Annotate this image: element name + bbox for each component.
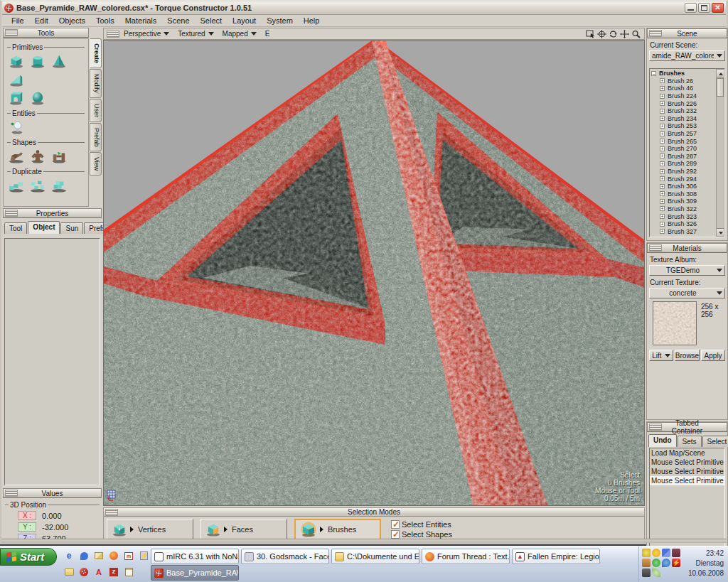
tree-brush-row[interactable]: Brush 289 bbox=[651, 160, 716, 168]
expand-icon[interactable] bbox=[660, 124, 665, 129]
expand-icon[interactable] bbox=[660, 214, 665, 219]
tree-brush-row[interactable]: Brush 287 bbox=[651, 153, 716, 161]
scene-tree[interactable]: Brushes Brush 26 Brush 46 Brush 224 Brus… bbox=[649, 68, 725, 237]
tree-brush-row[interactable]: Brush 323 bbox=[651, 212, 716, 220]
entities-dropdown-clipped[interactable]: E bbox=[261, 29, 274, 38]
rotate-tool-icon[interactable] bbox=[608, 29, 619, 38]
expand-icon[interactable] bbox=[660, 101, 665, 106]
tab-prefab[interactable]: Prefab bbox=[90, 123, 102, 152]
tab-select[interactable]: Select bbox=[702, 436, 728, 447]
ql-notepad-icon[interactable] bbox=[122, 566, 135, 578]
tree-brush-row[interactable]: Brush 294 bbox=[651, 175, 716, 183]
primitive-wedge-button[interactable] bbox=[7, 71, 26, 88]
expand-icon[interactable] bbox=[660, 176, 665, 181]
pan-tool-icon[interactable] bbox=[619, 29, 630, 38]
shape-prefab-button[interactable] bbox=[50, 148, 68, 165]
mapped-dropdown[interactable]: Mapped bbox=[218, 29, 261, 38]
brushes-mode-button[interactable]: Brushes bbox=[294, 519, 381, 540]
shape-creature-button[interactable] bbox=[7, 148, 26, 165]
task-firefox[interactable]: Forum Thread : Text... bbox=[422, 549, 510, 564]
duplicate-stack-button[interactable] bbox=[50, 177, 68, 194]
tree-brush-row[interactable]: Brush 253 bbox=[651, 122, 716, 130]
tray-shield-icon[interactable] bbox=[672, 549, 680, 557]
menu-system[interactable]: System bbox=[262, 15, 299, 26]
ql-torque-icon[interactable] bbox=[77, 566, 90, 578]
expand-icon[interactable] bbox=[660, 78, 665, 83]
tree-brush-row[interactable]: Brush 322 bbox=[651, 205, 716, 213]
primitive-sphere-button[interactable] bbox=[28, 90, 47, 107]
menu-help[interactable]: Help bbox=[299, 15, 326, 26]
tree-brush-row[interactable]: Brush 306 bbox=[651, 183, 716, 190]
tab-object[interactable]: Object bbox=[28, 221, 60, 234]
ql-filezilla-icon[interactable]: Z bbox=[107, 566, 120, 578]
ql-messenger-icon[interactable] bbox=[77, 549, 90, 562]
tray-key-icon[interactable] bbox=[642, 549, 651, 557]
scene-tree-scrollbar[interactable] bbox=[716, 69, 724, 237]
menu-edit[interactable]: Edit bbox=[30, 15, 54, 26]
expand-icon[interactable] bbox=[660, 161, 665, 166]
expand-icon[interactable] bbox=[660, 184, 665, 189]
tab-user[interactable]: User bbox=[90, 99, 102, 122]
task-fallen-empire[interactable]: ▲ Fallen Empire: Legions bbox=[512, 549, 600, 564]
tree-brush-row[interactable]: Brush 257 bbox=[651, 130, 716, 138]
add-entity-button[interactable] bbox=[7, 119, 26, 136]
zoom-tool-icon[interactable] bbox=[631, 29, 641, 38]
tree-brush-row[interactable]: Brush 26 bbox=[651, 77, 716, 85]
expand-icon[interactable] bbox=[660, 153, 665, 158]
ql-avg-icon[interactable]: A bbox=[92, 566, 105, 578]
duplicate-line-button[interactable] bbox=[7, 177, 26, 194]
current-texture-dropdown[interactable]: concrete bbox=[649, 288, 725, 298]
panel-grip[interactable] bbox=[105, 509, 118, 516]
menu-tools[interactable]: Tools bbox=[91, 15, 120, 26]
expand-icon[interactable] bbox=[660, 169, 665, 174]
tab-sets[interactable]: Sets bbox=[678, 436, 702, 447]
3d-viewport[interactable]: Select 0 Brushes Mouse or Tool 0.05m / 5… bbox=[103, 40, 645, 506]
undo-item[interactable]: Load Map/Scene bbox=[650, 448, 724, 458]
tab-undo[interactable]: Undo bbox=[648, 434, 677, 447]
tree-brush-row[interactable]: Brush 226 bbox=[651, 99, 716, 107]
tree-brush-row[interactable]: Brush 224 bbox=[651, 92, 716, 100]
menu-objects[interactable]: Objects bbox=[54, 15, 91, 26]
tray-security-alert-icon[interactable] bbox=[652, 549, 660, 557]
tab-create[interactable]: Create bbox=[90, 38, 102, 68]
tray-updates-icon[interactable] bbox=[662, 549, 670, 557]
maximize-button[interactable] bbox=[698, 3, 710, 13]
tray-virus-scanner-icon[interactable]: ⚡ bbox=[672, 559, 680, 567]
primitive-arch-button[interactable] bbox=[7, 90, 26, 107]
panel-grip[interactable] bbox=[5, 490, 18, 497]
tree-root-row[interactable]: Brushes bbox=[651, 70, 716, 77]
select-shapes-checkbox-row[interactable]: Select Shapes bbox=[391, 530, 452, 539]
tab-view[interactable]: View bbox=[90, 152, 102, 176]
expand-icon[interactable] bbox=[660, 222, 665, 227]
menu-scene[interactable]: Scene bbox=[162, 15, 195, 26]
titlebar[interactable]: Base_Pyramide_RAW_colored.csx* - Torque … bbox=[2, 1, 726, 15]
menu-file[interactable]: File bbox=[6, 15, 30, 26]
task-torque-active[interactable]: Base_Pyramide_RAW... bbox=[151, 565, 239, 581]
undo-item[interactable]: Mouse Select Primitive bbox=[650, 458, 724, 467]
select-tool-icon[interactable] bbox=[585, 29, 596, 38]
ql-ie-icon[interactable]: e bbox=[63, 549, 75, 562]
ql-mirc-icon[interactable]: m bbox=[122, 549, 135, 562]
undo-item[interactable]: Mouse Select Primitive bbox=[650, 467, 724, 476]
apply-button[interactable]: Apply bbox=[701, 350, 725, 361]
browse-button[interactable]: Browse bbox=[675, 350, 700, 361]
tree-brush-row[interactable]: Brush 308 bbox=[651, 190, 716, 198]
expand-icon[interactable] bbox=[660, 191, 665, 196]
tray-device-icon[interactable] bbox=[642, 568, 651, 577]
scroll-up-icon[interactable] bbox=[717, 70, 724, 77]
vertices-mode-button[interactable]: Vertices bbox=[107, 519, 193, 540]
menu-materials[interactable]: Materials bbox=[120, 15, 163, 26]
select-entities-checkbox-row[interactable]: Select Entities bbox=[391, 520, 452, 529]
expand-icon[interactable] bbox=[660, 94, 665, 99]
textured-dropdown[interactable]: Textured bbox=[173, 29, 218, 38]
tray-leaf-icon[interactable] bbox=[652, 568, 660, 577]
tab-tool[interactable]: Tool bbox=[4, 222, 27, 234]
scroll-down-icon[interactable] bbox=[717, 228, 724, 236]
perspective-dropdown[interactable]: Perspective bbox=[119, 29, 173, 38]
tree-brush-row[interactable]: Brush 326 bbox=[651, 220, 716, 228]
tree-brush-row[interactable]: Brush 327 bbox=[651, 227, 716, 235]
tree-brush-row[interactable]: Brush 309 bbox=[651, 198, 716, 205]
menu-select[interactable]: Select bbox=[196, 15, 228, 26]
ql-show-desktop-icon[interactable] bbox=[92, 549, 105, 562]
tray-clock[interactable]: 23:42 Dienstag 10.06.2008 bbox=[682, 546, 728, 582]
